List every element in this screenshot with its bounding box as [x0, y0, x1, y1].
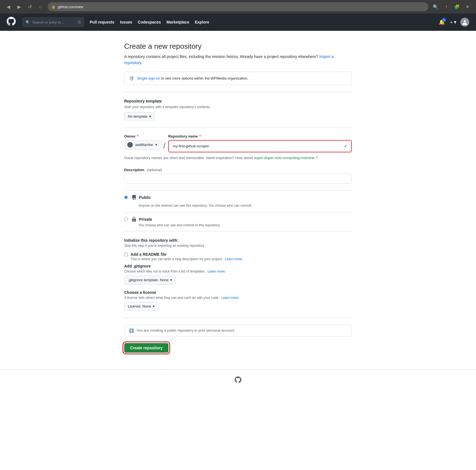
shield-icon: 🛡️ — [129, 76, 134, 81]
gitignore-btn-label: .gitignore template: None — [128, 278, 168, 282]
repo-name-label: Repository name * — [168, 134, 352, 138]
nav-links: Pull requests Issues Codespaces Marketpl… — [90, 20, 433, 24]
slash-divider: / — [160, 141, 168, 150]
public-label: Public — [139, 195, 151, 200]
suggestion-link[interactable]: super-duper-octo-computing-machine — [254, 156, 315, 160]
nav-codespaces[interactable]: Codespaces — [138, 20, 161, 24]
github-logo[interactable] — [7, 17, 16, 28]
divider-2 — [124, 127, 352, 127]
readme-hint: This is where you can write a long descr… — [131, 257, 243, 261]
sso-text: to see more options within the WPMedia o… — [161, 76, 248, 80]
notification-bell[interactable]: 🔔 1 — [439, 19, 445, 25]
extensions-icon[interactable]: 🧩 — [453, 3, 461, 11]
share-icon[interactable]: ↑ — [442, 3, 450, 11]
browser-actions: 🔍 ↑ 🧩 ≡ — [432, 3, 472, 11]
search-icon: 🔍 — [26, 20, 30, 24]
url-text: github.com/new — [58, 5, 83, 9]
public-desc: Anyone on the internet can see this repo… — [138, 204, 252, 208]
main-content: Create a new repository A repository con… — [117, 31, 359, 369]
gitignore-subsection: Add .gitignore Choose which files not to… — [124, 264, 352, 285]
template-dropdown-button[interactable]: No template ▾ — [124, 112, 155, 120]
footer-logo — [235, 380, 241, 384]
gitignore-learn-more[interactable]: Learn more. — [207, 269, 226, 273]
create-repository-button[interactable]: Create repository — [124, 343, 168, 353]
license-learn-more[interactable]: Learn more. — [221, 296, 240, 300]
user-avatar[interactable] — [460, 18, 469, 27]
gitignore-hint: Choose which files not to track from a l… — [124, 269, 352, 273]
page-subtitle: A repository contains all project files,… — [124, 53, 352, 66]
owner-section: Owner * aadittambe ▾ — [124, 134, 160, 150]
search-box[interactable]: 🔍 Search or jump to... / — [22, 17, 84, 27]
readme-checkbox[interactable] — [124, 253, 128, 256]
private-radio[interactable] — [124, 217, 128, 221]
template-btn-label: No template — [128, 114, 147, 118]
check-icon: ✓ — [344, 144, 347, 148]
sso-banner: 🛡️ Single sign-on to see more options wi… — [124, 72, 352, 85]
repo-name-highlight: ✓ — [168, 140, 352, 152]
visibility-section: Public Anyone on the internet can see th… — [124, 190, 352, 231]
github-nav: 🔍 Search or jump to... / Pull requests I… — [0, 13, 476, 31]
repo-name-input[interactable] — [173, 144, 342, 148]
repo-name-input-container: ✓ — [170, 141, 350, 151]
template-label: Repository template — [124, 99, 352, 103]
menu-icon[interactable]: ≡ — [464, 3, 472, 11]
readme-content: Add a README file This is where you can … — [131, 252, 243, 261]
license-btn-label: License: None — [128, 304, 151, 308]
owner-label: Owner * — [124, 134, 160, 138]
license-dropdown-button[interactable]: License: None ▾ — [124, 302, 158, 311]
back-button[interactable]: ◀ — [4, 3, 12, 11]
notice-box: ℹ️ You are creating a public repository … — [124, 325, 352, 336]
nav-explore[interactable]: Explore — [195, 20, 209, 24]
private-repo-icon — [131, 217, 137, 222]
repo-name-required: * — [199, 134, 201, 138]
public-repo-icon — [131, 195, 137, 200]
chevron-down-icon-license: ▾ — [153, 304, 155, 308]
nav-marketplace[interactable]: Marketplace — [167, 20, 189, 24]
license-title: Choose a license — [124, 290, 352, 295]
nav-pull-requests[interactable]: Pull requests — [90, 20, 114, 24]
owner-required: * — [137, 134, 138, 138]
browser-bar: ◀ ▶ ↺ ⌂ 🔒 github.com/new 🔍 ↑ 🧩 ≡ — [0, 0, 476, 13]
owner-value: aadittambe — [135, 143, 153, 147]
public-radio[interactable] — [124, 196, 128, 199]
chevron-down-icon-gitignore: ▾ — [170, 278, 172, 282]
search-shortcut-badge: / — [77, 20, 81, 24]
visibility-private-option: Private You choose who can see and commi… — [124, 212, 352, 231]
inspiration-text: Great repository names are short and mem… — [124, 155, 352, 161]
notification-badge: 1 — [442, 18, 446, 22]
gitignore-title: Add .gitignore — [124, 264, 352, 268]
search-browser-icon[interactable]: 🔍 — [432, 3, 440, 11]
nav-issues[interactable]: Issues — [120, 20, 132, 24]
sso-content: Single sign-on to see more options withi… — [137, 76, 248, 80]
divider-3 — [124, 318, 352, 318]
footer — [0, 369, 476, 391]
nav-right: 🔔 1 ＋▾ — [439, 18, 469, 27]
create-btn-wrapper: Create repository — [124, 343, 352, 353]
forward-button[interactable]: ▶ — [15, 3, 23, 11]
address-bar[interactable]: 🔒 github.com/new — [48, 2, 428, 11]
template-section: Repository template Start your repositor… — [124, 99, 352, 120]
inspiration-prefix: Great repository names are short and mem… — [124, 156, 254, 160]
chevron-down-icon-owner: ▾ — [155, 143, 157, 147]
info-icon: ℹ️ — [129, 328, 134, 333]
browser-controls: ◀ ▶ ↺ ⌂ — [4, 3, 44, 11]
notice-text: You are creating a public repository in … — [137, 328, 235, 332]
description-label-suffix: (optional) — [147, 168, 162, 172]
gitignore-dropdown-button[interactable]: .gitignore template: None ▾ — [124, 276, 176, 285]
private-desc: You choose who can see and commit to thi… — [138, 223, 220, 227]
add-menu[interactable]: ＋▾ — [449, 19, 456, 25]
chevron-down-icon: ▾ — [149, 114, 151, 118]
owner-avatar-small — [127, 142, 133, 148]
sso-link[interactable]: Single sign-on — [137, 76, 160, 80]
readme-learn-more[interactable]: Learn more. — [225, 257, 243, 261]
description-label: Description (optional) — [124, 168, 352, 172]
private-label: Private — [139, 217, 152, 222]
license-hint: A license tells others what they can and… — [124, 296, 352, 300]
init-hint: Skip this step if you're importing an ex… — [124, 244, 352, 248]
description-input[interactable] — [124, 174, 352, 184]
home-button[interactable]: ⌂ — [36, 3, 44, 11]
refresh-button[interactable]: ↺ — [26, 3, 34, 11]
search-placeholder: Search or jump to... — [32, 20, 64, 24]
init-title: Initialize this repository with: — [124, 238, 352, 243]
owner-dropdown-button[interactable]: aadittambe ▾ — [124, 140, 160, 150]
